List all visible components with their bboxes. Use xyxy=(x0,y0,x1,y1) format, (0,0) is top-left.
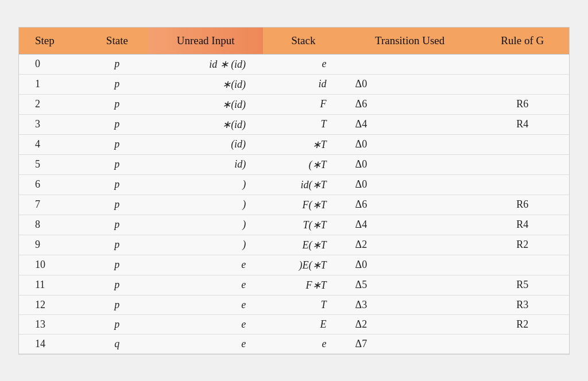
table-cell: q xyxy=(86,334,148,353)
table-cell: e xyxy=(148,334,263,353)
header-state: State xyxy=(86,28,148,55)
table-row: 7p)F(∗TΔ6R6 xyxy=(19,195,569,215)
table-cell: Δ4 xyxy=(344,114,476,134)
table-row: 8p)T(∗TΔ4R4 xyxy=(19,215,569,235)
table-cell: p xyxy=(86,235,148,255)
table-cell: (id) xyxy=(148,134,263,154)
header-stack: Stack xyxy=(263,28,343,55)
table-cell: Δ0 xyxy=(344,134,476,154)
table-row: 14qeeΔ7 xyxy=(19,334,569,353)
table-cell: T xyxy=(263,114,343,134)
table-cell: e xyxy=(148,275,263,295)
parsing-table: Step State Unread Input Stack Transition… xyxy=(19,28,569,354)
main-table-container: Step State Unread Input Stack Transition… xyxy=(18,27,570,355)
table-row: 10pe)E(∗TΔ0 xyxy=(19,255,569,275)
table-row: 5pid)(∗TΔ0 xyxy=(19,154,569,174)
table-cell: Δ2 xyxy=(344,314,476,334)
table-cell: 14 xyxy=(19,334,86,353)
table-cell: Δ6 xyxy=(344,94,476,114)
table-cell: 12 xyxy=(19,295,86,314)
table-cell: ∗(id) xyxy=(148,94,263,114)
table-cell: R4 xyxy=(476,114,569,134)
table-cell: 0 xyxy=(19,54,86,74)
table-cell: E(∗T xyxy=(263,235,343,255)
table-cell: R5 xyxy=(476,275,569,295)
table-cell: e xyxy=(148,255,263,275)
table-cell xyxy=(344,54,476,74)
table-cell: Δ4 xyxy=(344,215,476,235)
table-cell: p xyxy=(86,174,148,195)
table-cell: ) xyxy=(148,195,263,215)
table-cell: 10 xyxy=(19,255,86,275)
header-transition: Transition Used xyxy=(344,28,476,55)
table-cell: p xyxy=(86,295,148,314)
table-cell: ) xyxy=(148,215,263,235)
table-cell: p xyxy=(86,215,148,235)
table-cell: Δ3 xyxy=(344,295,476,314)
header-unread-input: Unread Input xyxy=(148,28,263,55)
table-row: 13peEΔ2R2 xyxy=(19,314,569,334)
table-row: 11peF∗TΔ5R5 xyxy=(19,275,569,295)
table-cell: Δ0 xyxy=(344,154,476,174)
table-cell xyxy=(476,255,569,275)
table-cell: T xyxy=(263,295,343,314)
table-cell: p xyxy=(86,54,148,74)
table-cell: p xyxy=(86,195,148,215)
table-cell: id) xyxy=(148,154,263,174)
table-cell xyxy=(476,334,569,353)
header-step: Step xyxy=(19,28,86,55)
table-cell: p xyxy=(86,314,148,334)
table-header-row: Step State Unread Input Stack Transition… xyxy=(19,28,569,55)
table-cell: Δ5 xyxy=(344,275,476,295)
table-row: 2p∗(id)FΔ6R6 xyxy=(19,94,569,114)
table-cell: Δ2 xyxy=(344,235,476,255)
table-row: 6p)id(∗TΔ0 xyxy=(19,174,569,195)
table-cell: 9 xyxy=(19,235,86,255)
table-cell: F(∗T xyxy=(263,195,343,215)
table-cell: 2 xyxy=(19,94,86,114)
table-cell: E xyxy=(263,314,343,334)
table-cell: 13 xyxy=(19,314,86,334)
table-cell: ∗(id) xyxy=(148,74,263,94)
table-cell: R3 xyxy=(476,295,569,314)
table-cell: 4 xyxy=(19,134,86,154)
table-cell: 1 xyxy=(19,74,86,94)
table-cell: Δ0 xyxy=(344,174,476,195)
table-body: 0pid ∗ (id)e1p∗(id)idΔ02p∗(id)FΔ6R63p∗(i… xyxy=(19,54,569,353)
table-cell: 6 xyxy=(19,174,86,195)
table-cell: R2 xyxy=(476,235,569,255)
table-row: 9p)E(∗TΔ2R2 xyxy=(19,235,569,255)
table-cell: F∗T xyxy=(263,275,343,295)
table-cell: ) xyxy=(148,174,263,195)
table-cell: )E(∗T xyxy=(263,255,343,275)
table-cell: p xyxy=(86,255,148,275)
table-cell: e xyxy=(148,295,263,314)
table-cell: R4 xyxy=(476,215,569,235)
table-cell: 11 xyxy=(19,275,86,295)
table-cell: e xyxy=(148,314,263,334)
table-cell: Δ7 xyxy=(344,334,476,353)
table-cell xyxy=(476,154,569,174)
table-row: 12peTΔ3R3 xyxy=(19,295,569,314)
table-cell: id xyxy=(263,74,343,94)
table-cell: id ∗ (id) xyxy=(148,54,263,74)
table-cell: 7 xyxy=(19,195,86,215)
table-cell: Δ6 xyxy=(344,195,476,215)
table-row: 4p(id)∗TΔ0 xyxy=(19,134,569,154)
header-rule: Rule of G xyxy=(476,28,569,55)
table-cell: ∗(id) xyxy=(148,114,263,134)
table-row: 1p∗(id)idΔ0 xyxy=(19,74,569,94)
table-cell: T(∗T xyxy=(263,215,343,235)
table-row: 3p∗(id)TΔ4R4 xyxy=(19,114,569,134)
table-cell: p xyxy=(86,74,148,94)
table-cell: p xyxy=(86,114,148,134)
table-cell: ∗T xyxy=(263,134,343,154)
table-cell: ) xyxy=(148,235,263,255)
table-cell xyxy=(476,174,569,195)
table-cell: id(∗T xyxy=(263,174,343,195)
table-cell: p xyxy=(86,94,148,114)
table-cell xyxy=(476,54,569,74)
table-cell: R6 xyxy=(476,94,569,114)
table-cell: R2 xyxy=(476,314,569,334)
table-cell: 8 xyxy=(19,215,86,235)
